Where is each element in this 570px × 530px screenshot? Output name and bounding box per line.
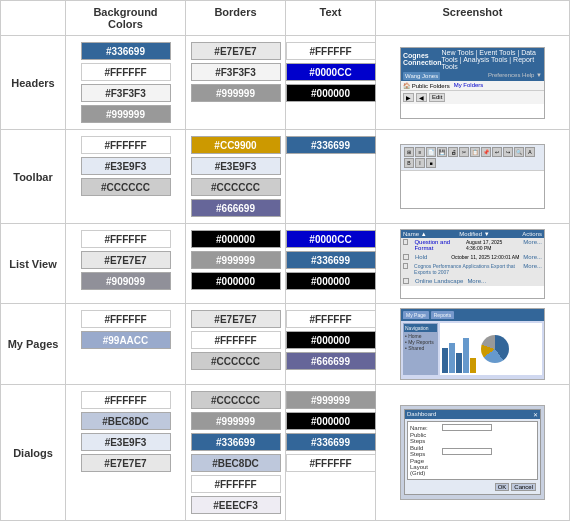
dialogs-bg-swatch-3: #E3E9F3 [81, 433, 171, 451]
listview-section-row: List View #FFFFFF #E7E7E7 #909099 #00000… [0, 224, 570, 304]
toolbar-section-label: Toolbar [1, 130, 66, 223]
ss-lv-item-4: Online Landscape [415, 278, 463, 284]
toolbar-text-swatch-1: #336699 [286, 136, 376, 154]
ss-lv-date-2: October 11, 2025 12:00:01 AM [451, 254, 519, 260]
ss-lv-modified-col: Modified ▼ [459, 231, 489, 237]
ss-tb-icon-2: ≡ [415, 147, 425, 157]
ss-headers-nav-bar: Wang Jones Preferences Help ▼ [401, 71, 544, 81]
listview-border-colors: #000000 #999999 #000000 [186, 224, 286, 303]
ss-mp-content: Navigation • Home • My Reports • Shared [401, 321, 544, 377]
ss-dlg-title-text: Dashboard [407, 411, 436, 418]
dialogs-bg-swatch-4: #E7E7E7 [81, 454, 171, 472]
ss-bar-2 [449, 343, 455, 373]
toolbar-border-swatch-4: #666699 [191, 199, 281, 217]
ss-dlg-body: Name: Public Steps Build Steps Page Layo… [405, 419, 540, 494]
ss-dlg-cancel-btn[interactable]: Cancel [511, 483, 536, 491]
ss-dlg-title: Dashboard ✕ [405, 410, 540, 419]
ss-lv-check-3 [403, 263, 408, 269]
ss-lv-name-col: Name ▲ [403, 231, 427, 237]
screenshot-col-header: Screenshot [376, 1, 569, 35]
ss-mp-chart [440, 323, 542, 375]
ss-mp-tab-2: Reports [431, 311, 455, 319]
listview-text-swatch-3: #000000 [286, 272, 376, 290]
ss-lv-item-3: Cognos Performance Applications Export t… [414, 263, 519, 275]
ss-lv-act-3: More... [523, 263, 542, 275]
headers-bg-colors: #336699 #FFFFFF #F3F3F3 #999999 [66, 36, 186, 129]
headers-bg-swatch-2: #FFFFFF [81, 63, 171, 81]
dialogs-border-swatch-6: #EEECF3 [191, 496, 281, 514]
ss-mp-sidebar-header: Navigation [404, 324, 437, 332]
ss-tb-icon-14: I [415, 158, 425, 168]
ss-toolbar-bar: ⊞ ≡ 📄 💾 🖨 ✂ 📋 📌 ↩ ↪ 🔍 A B I ■ [401, 145, 544, 171]
section-col-header [1, 1, 66, 35]
ss-lv-item-1: Question and Format [414, 239, 462, 251]
listview-bg-swatch-1: #FFFFFF [81, 230, 171, 248]
listview-text-colors: #0000CC #336699 #000000 [286, 224, 376, 303]
ss-lv-row-4: Online Landscape More... [401, 277, 544, 286]
ss-lv-check-4 [403, 278, 409, 284]
ss-mp-tab-1: My Page [403, 311, 429, 319]
toolbar-screenshot: ⊞ ≡ 📄 💾 🖨 ✂ 📋 📌 ↩ ↪ 🔍 A B I ■ [376, 130, 569, 223]
ss-dlg-label-1: Name: [410, 425, 440, 431]
mypages-section-row: My Pages #FFFFFF #99AACC #E7E7E7 #FFFFFF… [0, 304, 570, 385]
mypages-border-swatch-1: #E7E7E7 [191, 310, 281, 328]
ss-dlg-row-4: Page Layout (Grid) [410, 458, 535, 476]
mypages-bg-colors: #FFFFFF #99AACC [66, 304, 186, 384]
ss-tb-icon-12: A [525, 147, 535, 157]
ss-tb-icon-9: ↩ [492, 147, 502, 157]
ss-bar-3 [456, 353, 462, 373]
ss-tb-icon-5: 🖨 [448, 147, 458, 157]
headers-screenshot: Cognes Connection New Tools | Event Tool… [376, 36, 569, 129]
dialogs-screenshot-box: Dashboard ✕ Name: Public Steps Build St [400, 405, 545, 500]
listview-text-swatch-1: #0000CC [286, 230, 376, 248]
toolbar-border-swatch-2: #E3E9F3 [191, 157, 281, 175]
listview-border-swatch-2: #999999 [191, 251, 281, 269]
ss-dlg-label-2: Public Steps [410, 432, 440, 444]
ss-mini-btn-2: ◀ [416, 93, 427, 102]
ss-headers-toolbar: ▶ ◀ Edit [401, 90, 544, 104]
headers-text-swatch-1: #FFFFFF [286, 42, 376, 60]
ss-dlg-input-3 [442, 448, 492, 455]
ss-dlg-row-3: Build Steps [410, 445, 535, 457]
listview-text-swatch-2: #336699 [286, 251, 376, 269]
ss-mp-bars [442, 333, 476, 373]
listview-bg-swatch-3: #909099 [81, 272, 171, 290]
listview-screenshot-box: Name ▲ Modified ▼ Actions Question and F… [400, 229, 545, 299]
bg-col-header: BackgroundColors [66, 1, 186, 35]
listview-border-swatch-1: #000000 [191, 230, 281, 248]
ss-dlg-inner: Name: Public Steps Build Steps Page Layo… [407, 421, 538, 480]
headers-border-colors: #E7E7E7 #F3F3F3 #999999 [186, 36, 286, 129]
column-headers: BackgroundColors Borders Text Screenshot [0, 0, 570, 35]
ss-dlg-label-4: Page Layout (Grid) [410, 458, 440, 476]
headers-section-row: Headers #336699 #FFFFFF #F3F3F3 #999999 … [0, 35, 570, 130]
headers-text-colors: #FFFFFF #0000CC #000000 [286, 36, 376, 129]
ss-tb-icon-7: 📋 [470, 147, 480, 157]
ss-lv-check-1 [403, 239, 408, 245]
mypages-bg-swatch-2: #99AACC [81, 331, 171, 349]
toolbar-border-colors: #CC9900 #E3E9F3 #CCCCCC #666699 [186, 130, 286, 223]
ss-tb-icon-1: ⊞ [404, 147, 414, 157]
dialogs-bg-swatch-2: #BEC8DC [81, 412, 171, 430]
dialogs-border-swatch-5: #FFFFFF [191, 475, 281, 493]
toolbar-border-swatch-3: #CCCCCC [191, 178, 281, 196]
listview-bg-swatch-2: #E7E7E7 [81, 251, 171, 269]
dialogs-text-swatch-3: #336699 [286, 433, 376, 451]
toolbar-border-swatch-1: #CC9900 [191, 136, 281, 154]
toolbar-bg-swatch-1: #FFFFFF [81, 136, 171, 154]
ss-headers-sub-bar: 🏠 Public Folders My Folders [401, 81, 544, 90]
headers-bg-swatch-4: #999999 [81, 105, 171, 123]
ss-tb-icon-10: ↪ [503, 147, 513, 157]
toolbar-bg-colors: #FFFFFF #E3E9F3 #CCCCCC [66, 130, 186, 223]
toolbar-section-row: Toolbar #FFFFFF #E3E9F3 #CCCCCC #CC9900 … [0, 130, 570, 224]
ss-headers-top-bar: Cognes Connection New Tools | Event Tool… [401, 48, 544, 71]
headers-screenshot-box: Cognes Connection New Tools | Event Tool… [400, 47, 545, 119]
ss-lv-act-1: More... [523, 239, 542, 251]
headers-bg-swatch-3: #F3F3F3 [81, 84, 171, 102]
ss-bar-4 [463, 338, 469, 373]
toolbar-bg-swatch-2: #E3E9F3 [81, 157, 171, 175]
ss-dlg-label-3: Build Steps [410, 445, 440, 457]
ss-lv-actions-col: Actions [522, 231, 542, 237]
ss-lv-check-2 [403, 254, 409, 260]
ss-dlg-ok-btn[interactable]: OK [495, 483, 510, 491]
dialogs-text-swatch-1: #999999 [286, 391, 376, 409]
